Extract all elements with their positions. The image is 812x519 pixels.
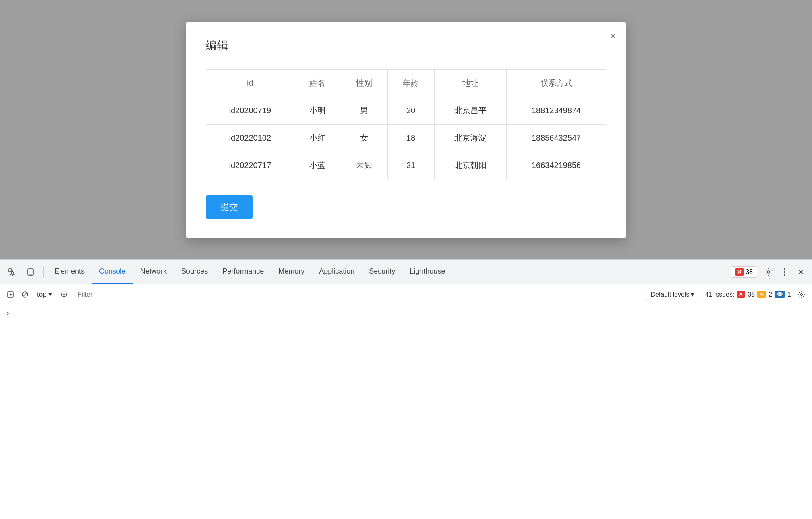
device-toolbar-button[interactable] <box>22 263 39 281</box>
context-label: top <box>37 291 47 299</box>
block-icon <box>21 291 29 298</box>
svg-rect-2 <box>29 274 32 275</box>
table-cell: 21 <box>387 152 434 179</box>
inspect-icon <box>8 268 16 276</box>
devtools-tab-bar: Elements Console Network Sources Perform… <box>0 260 812 284</box>
default-levels-label: Default levels <box>650 291 689 298</box>
more-icon <box>784 268 785 276</box>
issue-info-count: 1 <box>787 291 791 298</box>
svg-point-3 <box>767 271 770 273</box>
console-settings-button[interactable] <box>794 287 809 302</box>
table-cell: 小蓝 <box>294 152 341 179</box>
table-row: id20220102小红女18北京海淀18856432547 <box>206 124 606 152</box>
modal-title: 编辑 <box>206 38 606 53</box>
data-table: id 姓名 性别 年龄 地址 联系方式 id20200719小明男20北京昌平1… <box>206 69 606 179</box>
gear-icon <box>764 268 773 276</box>
issues-error-count: 38 <box>746 268 753 276</box>
table-cell: 18 <box>387 124 434 152</box>
tab-performance[interactable]: Performance <box>215 260 271 284</box>
table-cell: id20200719 <box>206 97 294 124</box>
tab-network[interactable]: Network <box>133 260 174 284</box>
issue-warn-count: 2 <box>768 291 772 298</box>
tab-console[interactable]: Console <box>92 260 133 284</box>
svg-rect-0 <box>9 269 12 272</box>
svg-point-5 <box>784 271 785 273</box>
issues-count-bar: 41 Issues: ✕ 38 ⚠ 2 💬 1 <box>705 291 791 298</box>
tab-memory[interactable]: Memory <box>271 260 312 284</box>
table-row: id20200719小明男20北京昌平18812349874 <box>206 97 606 124</box>
devtools-panel: Elements Console Network Sources Perform… <box>0 260 812 519</box>
svg-line-10 <box>23 292 27 297</box>
default-levels-button[interactable]: Default levels ▾ <box>646 289 698 300</box>
table-header-row: id 姓名 性别 年龄 地址 联系方式 <box>206 69 606 97</box>
table-cell: 北京朝阳 <box>434 152 507 179</box>
table-row: id20220717小蓝未知21北京朝阳16634219856 <box>206 152 606 179</box>
eye-icon <box>60 291 68 298</box>
issues-badge[interactable]: ✕ 38 <box>731 266 757 278</box>
table-cell: 20 <box>387 97 434 124</box>
settings-button[interactable] <box>760 264 777 280</box>
tab-elements[interactable]: Elements <box>47 260 92 284</box>
device-icon <box>27 268 35 276</box>
issues-error-icon: ✕ <box>735 268 744 276</box>
col-header-age: 年龄 <box>387 69 434 97</box>
chevron-down-icon: ▾ <box>48 290 52 299</box>
modal-close-button[interactable]: × <box>610 31 616 41</box>
table-cell: 小明 <box>294 97 341 124</box>
submit-button[interactable]: 提交 <box>206 195 253 219</box>
svg-point-12 <box>63 294 65 295</box>
run-button[interactable] <box>3 287 18 302</box>
tab-separator <box>44 266 44 278</box>
play-icon <box>7 291 14 298</box>
browser-page: 编辑 × id 姓名 性别 年龄 地址 联系方式 id20200719小明男20… <box>0 0 812 260</box>
table-cell: 北京海淀 <box>434 124 507 152</box>
modal-dialog: 编辑 × id 姓名 性别 年龄 地址 联系方式 id20200719小明男20… <box>186 22 626 238</box>
live-expressions-button[interactable] <box>57 287 71 302</box>
issue-error-badge: ✕ <box>737 291 745 298</box>
tab-application[interactable]: Application <box>312 260 362 284</box>
svg-point-4 <box>784 268 785 270</box>
inspector-icon-button[interactable] <box>3 263 21 281</box>
console-content: › <box>0 305 812 519</box>
tab-sources[interactable]: Sources <box>174 260 215 284</box>
table-cell: 18856432547 <box>507 124 606 152</box>
table-cell: id20220717 <box>206 152 294 179</box>
tab-security[interactable]: Security <box>362 260 402 284</box>
clear-button[interactable] <box>18 287 32 302</box>
console-expand-arrow[interactable]: › <box>6 308 9 317</box>
tab-lighthouse[interactable]: Lighthouse <box>402 260 452 284</box>
gear-icon-small <box>798 291 805 298</box>
col-header-id: id <box>206 69 294 97</box>
issues-count-label: 41 Issues: <box>705 291 734 298</box>
issue-info-badge: 💬 <box>775 291 785 298</box>
table-cell: 男 <box>341 97 387 124</box>
table-cell: 小红 <box>294 124 341 152</box>
table-cell: 16634219856 <box>507 152 606 179</box>
filter-input[interactable] <box>75 289 643 300</box>
chevron-down-icon-levels: ▾ <box>691 291 694 298</box>
col-header-name: 姓名 <box>294 69 341 97</box>
svg-marker-8 <box>10 293 12 296</box>
table-cell: 北京昌平 <box>434 97 507 124</box>
table-cell: id20220102 <box>206 124 294 152</box>
console-toolbar: top ▾ Default levels ▾ 41 Issues: ✕ 38 ⚠… <box>0 284 812 305</box>
col-header-gender: 性别 <box>341 69 387 97</box>
table-cell: 18812349874 <box>507 97 606 124</box>
close-devtools-button[interactable]: ✕ <box>793 264 809 280</box>
svg-point-6 <box>784 274 785 276</box>
svg-point-13 <box>801 293 803 295</box>
col-header-contact: 联系方式 <box>507 69 606 97</box>
more-options-button[interactable] <box>777 264 793 280</box>
table-cell: 女 <box>341 124 387 152</box>
col-header-address: 地址 <box>434 69 507 97</box>
context-selector[interactable]: top ▾ <box>34 289 55 300</box>
table-cell: 未知 <box>341 152 387 179</box>
issue-warn-badge: ⚠ <box>757 291 766 298</box>
issue-error-count: 38 <box>748 291 755 298</box>
